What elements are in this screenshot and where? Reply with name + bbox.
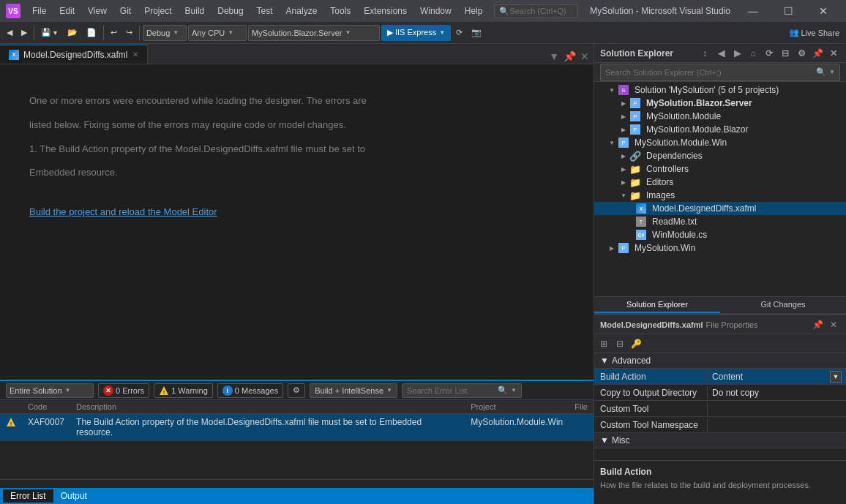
close-panel-button[interactable]: ✕ bbox=[579, 49, 591, 64]
menu-edit[interactable]: Edit bbox=[53, 4, 81, 18]
menu-file[interactable]: File bbox=[26, 4, 52, 18]
liveshare-button[interactable]: 👥 Live Share bbox=[785, 24, 843, 42]
props-footer-desc: How the file relates to the build and de… bbox=[600, 480, 840, 491]
tree-item-dependencies[interactable]: ▶ 🔗 Dependencies bbox=[594, 149, 846, 162]
sep3 bbox=[139, 26, 140, 40]
errors-filter-button[interactable]: ✕ 0 Errors bbox=[98, 383, 149, 398]
run-button[interactable]: ▶ IIS Express ▼ bbox=[381, 25, 451, 41]
tree-item-module-win[interactable]: ▼ P MySolution.Module.Win bbox=[594, 136, 846, 149]
tree-item-module[interactable]: ▶ P MySolution.Module bbox=[594, 110, 846, 123]
project-dropdown[interactable]: MySolution.Blazor.Server ▼ bbox=[248, 25, 380, 41]
menu-extensions[interactable]: Extensions bbox=[358, 4, 413, 18]
props-pin-button[interactable]: 📌 bbox=[811, 318, 824, 331]
editor-tab-xafml[interactable]: X Model.DesignedDiffs.xafml ✕ bbox=[0, 45, 148, 64]
prop-row-custom-tool[interactable]: Custom Tool bbox=[594, 401, 846, 417]
error-search-box[interactable]: 🔍 ▼ bbox=[402, 383, 522, 398]
se-tab-solution-explorer[interactable]: Solution Explorer bbox=[594, 297, 720, 313]
menu-tools[interactable]: Tools bbox=[324, 4, 356, 18]
readme-file-icon: T bbox=[635, 216, 647, 227]
tree-item-blazor-server[interactable]: ▶ P MySolution.Blazor.Server bbox=[594, 97, 846, 110]
bottom-tab-errorlist[interactable]: Error List bbox=[3, 489, 53, 503]
refresh-button[interactable]: ⟳ bbox=[452, 24, 466, 42]
prop-dropdown-build-action[interactable]: ▼ bbox=[830, 371, 842, 383]
se-search-input[interactable] bbox=[605, 68, 813, 77]
minimize-button[interactable]: — bbox=[736, 0, 770, 22]
se-pin-button[interactable]: 📌 bbox=[811, 47, 824, 60]
menu-window[interactable]: Window bbox=[414, 4, 457, 18]
menu-project[interactable]: Project bbox=[138, 4, 177, 18]
tree-item-images[interactable]: ▼ 📁 Images bbox=[594, 189, 846, 202]
prop-value-custom-tool bbox=[708, 407, 846, 410]
cpu-dropdown[interactable]: Any CPU ▼ bbox=[188, 25, 247, 41]
menu-test[interactable]: Test bbox=[251, 4, 279, 18]
tree-item-xafml[interactable]: X Model.DesignedDiffs.xafml bbox=[594, 202, 846, 215]
props-category-button[interactable]: ⊟ bbox=[613, 337, 626, 350]
build-filter-dropdown[interactable]: Build + IntelliSense ▼ bbox=[310, 383, 397, 398]
props-group-misc[interactable]: ▼ Misc bbox=[594, 433, 846, 448]
screenshot-button[interactable]: 📷 bbox=[468, 24, 485, 42]
col-code[interactable]: Code bbox=[22, 400, 70, 414]
menu-bar[interactable]: File Edit View Git Project Build Debug T… bbox=[26, 4, 488, 18]
tree-item-winmodule[interactable]: C# WinModule.cs bbox=[594, 228, 846, 241]
open-button[interactable]: 📂 bbox=[64, 24, 81, 42]
sep2 bbox=[103, 26, 104, 40]
editor-area: X Model.DesignedDiffs.xafml ✕ ▼ 📌 ✕ One … bbox=[0, 44, 594, 380]
menu-build[interactable]: Build bbox=[179, 4, 211, 18]
table-row[interactable]: ! XAF0007 The Build Action property of t… bbox=[0, 414, 594, 441]
prop-row-custom-tool-ns[interactable]: Custom Tool Namespace bbox=[594, 417, 846, 433]
se-home-button[interactable]: ⌂ bbox=[746, 47, 760, 60]
tree-item-solution[interactable]: ▼ S Solution 'MySolution' (5 of 5 projec… bbox=[594, 83, 846, 97]
close-button[interactable]: ✕ bbox=[806, 0, 840, 22]
tree-item-controllers[interactable]: ▶ 📁 Controllers bbox=[594, 162, 846, 176]
col-project[interactable]: Project bbox=[465, 400, 569, 414]
undo-button[interactable]: ↩ bbox=[107, 24, 121, 42]
menu-view[interactable]: View bbox=[82, 4, 113, 18]
tree-item-solution-win[interactable]: ▶ P MySolution.Win bbox=[594, 241, 846, 255]
se-collapse-button[interactable]: ⊟ bbox=[779, 47, 792, 60]
bottom-tab-output[interactable]: Output bbox=[53, 489, 94, 503]
pin-panel-button[interactable]: 📌 bbox=[562, 49, 577, 64]
menu-help[interactable]: Help bbox=[459, 4, 489, 18]
redo-button[interactable]: ↪ bbox=[122, 24, 136, 42]
save-button[interactable]: 💾▼ bbox=[37, 24, 62, 42]
se-forward-button[interactable]: ▶ bbox=[730, 47, 744, 60]
tab-close-button[interactable]: ✕ bbox=[132, 50, 138, 59]
props-group-advanced[interactable]: ▼ Advanced bbox=[594, 353, 846, 369]
titlebar-search[interactable]: 🔍 bbox=[494, 4, 578, 18]
back-button[interactable]: ◀ bbox=[3, 24, 16, 42]
se-close-button[interactable]: ✕ bbox=[827, 47, 840, 60]
maximize-button[interactable]: ☐ bbox=[771, 0, 805, 22]
props-sort-button[interactable]: ⊞ bbox=[597, 337, 610, 350]
col-file[interactable]: File bbox=[569, 400, 594, 414]
se-back-button[interactable]: ◀ bbox=[714, 47, 727, 60]
error-search-arrow: ▼ bbox=[511, 387, 517, 394]
se-refresh-button[interactable]: ⟳ bbox=[763, 47, 776, 60]
search-input[interactable] bbox=[509, 7, 573, 15]
prop-row-build-action[interactable]: Build Action Content ▼ bbox=[594, 369, 846, 385]
filter-options-button[interactable]: ⚙ bbox=[288, 383, 305, 398]
messages-filter-button[interactable]: i 0 Messages bbox=[217, 383, 283, 398]
col-description[interactable]: Description bbox=[70, 400, 465, 414]
tree-item-readme[interactable]: T ReadMe.txt bbox=[594, 215, 846, 228]
props-close-button[interactable]: ✕ bbox=[827, 318, 840, 331]
se-sync-button[interactable]: ↕ bbox=[698, 47, 711, 60]
warnings-filter-button[interactable]: ! 1 Warning bbox=[154, 383, 213, 398]
tab-list-button[interactable]: ▼ bbox=[547, 49, 561, 64]
menu-debug[interactable]: Debug bbox=[212, 4, 249, 18]
prop-row-copy-output[interactable]: Copy to Output Directory Do not copy bbox=[594, 385, 846, 401]
horizontal-scrollbar[interactable] bbox=[0, 479, 594, 488]
forward-button[interactable]: ▶ bbox=[18, 24, 31, 42]
se-settings-button[interactable]: ⚙ bbox=[795, 47, 808, 60]
debug-mode-dropdown[interactable]: Debug ▼ bbox=[143, 25, 187, 41]
error-search-input[interactable] bbox=[407, 386, 495, 395]
menu-git[interactable]: Git bbox=[114, 4, 137, 18]
se-search-box[interactable]: 🔍 ▼ bbox=[600, 64, 840, 81]
menu-analyze[interactable]: Analyze bbox=[280, 4, 323, 18]
props-property-pages-button[interactable]: 🔑 bbox=[629, 337, 643, 350]
new-button[interactable]: 📄 bbox=[83, 24, 100, 42]
tree-item-editors[interactable]: ▶ 📁 Editors bbox=[594, 176, 846, 189]
tree-item-module-blazor[interactable]: ▶ P MySolution.Module.Blazor bbox=[594, 123, 846, 136]
se-tab-git-changes[interactable]: Git Changes bbox=[720, 297, 846, 313]
build-project-link[interactable]: Build the project and reload the Model E… bbox=[29, 206, 217, 217]
scope-filter-dropdown[interactable]: Entire Solution ▼ bbox=[6, 383, 94, 398]
